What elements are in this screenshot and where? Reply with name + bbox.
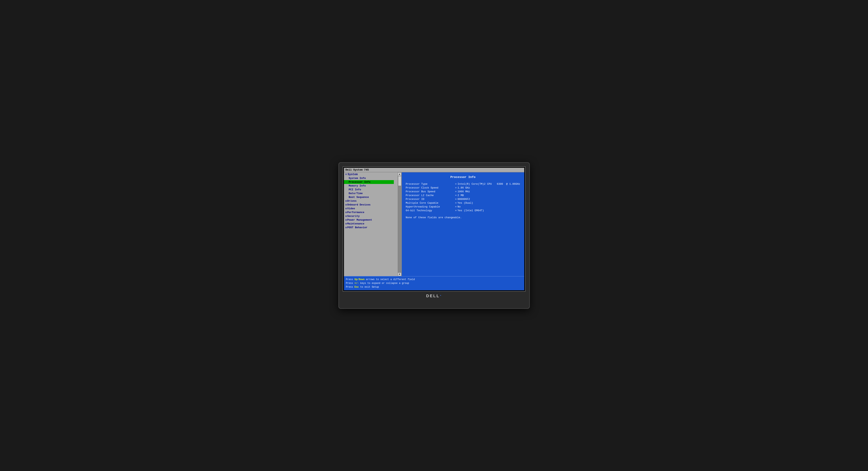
bios-screen: Dell System 745 ⊟ System — [344, 168, 524, 291]
equals-bus-speed: = — [454, 190, 458, 193]
monitor: Dell System 745 ⊟ System — [338, 162, 530, 309]
equals-64bit: = — [454, 209, 458, 212]
label-multi-core: Multiple Core Capable — [406, 202, 454, 204]
video-expand-icon: ⊞ — [346, 207, 347, 210]
maintenance-expand-icon: ⊞ — [346, 223, 347, 225]
highlight-updown: Up/Down — [354, 278, 365, 281]
maintenance-label: Maintenance — [347, 222, 364, 225]
content-title: Processor Info — [406, 176, 520, 179]
sidebar-item-processor-info[interactable]: Processor Info — [344, 180, 394, 184]
sidebar-item-date-time[interactable]: Date/Time — [344, 192, 394, 195]
note-text: None of these fields are changeable. — [406, 216, 520, 219]
equals-l2-cache: = — [454, 194, 458, 197]
status-line-3: Press Esc to exit Setup — [346, 285, 522, 289]
equals-hyperthreading: = — [454, 205, 458, 208]
system-label: System — [347, 173, 358, 176]
performance-expand-icon: ⊞ — [346, 211, 347, 214]
nav-scrollbar: ▲ ▼ — [398, 172, 401, 276]
info-row-bus-speed: Processor Bus Speed = 1066 MHz — [406, 190, 520, 193]
info-row-hyperthreading: Hyperthreading Capable = No — [406, 205, 520, 208]
sidebar-item-onboard-devices[interactable]: ⊞Onboard Devices — [344, 203, 394, 207]
nav-items-container: ⊟ System System Info Processor Info — [344, 172, 398, 276]
value-processor-type-extra: 6300 @ 1.86GHz — [497, 182, 520, 185]
sidebar-item-system-info[interactable]: System Info — [344, 176, 394, 180]
video-label: Video — [347, 207, 355, 210]
value-hyperthreading: No — [458, 205, 461, 208]
sidebar-item-power-management[interactable]: ⊞Power Management — [344, 218, 394, 222]
main-area: ⊟ System System Info Processor Info — [344, 172, 524, 276]
scroll-thumb[interactable] — [398, 176, 401, 186]
label-processor-id: Processor ID — [406, 198, 454, 201]
power-mgmt-expand-icon: ⊞ — [346, 219, 347, 221]
label-clock-speed: Processor Clock Speed — [406, 186, 454, 189]
highlight-plusminus: +/- — [354, 282, 359, 285]
pci-info-label: PCI Info — [349, 188, 361, 191]
performance-label: Performance — [347, 211, 364, 214]
sidebar-item-performance[interactable]: ⊞Performance — [344, 210, 394, 214]
left-panel: ⊟ System System Info Processor Info — [344, 172, 402, 276]
sidebar-item-maintenance[interactable]: ⊞Maintenance — [344, 222, 394, 226]
sidebar-item-video[interactable]: ⊞Video — [344, 207, 394, 210]
security-label: Security — [347, 215, 360, 218]
date-time-label: Date/Time — [349, 192, 363, 195]
label-l2-cache: Processor L2 Cache — [406, 194, 454, 197]
info-row-multi-core: Multiple Core Capable = Yes (Dual) — [406, 202, 520, 204]
equals-processor-type: = — [454, 182, 458, 185]
system-info-label: System Info — [349, 177, 366, 180]
sidebar-item-boot-sequence[interactable]: Boot Sequence — [344, 195, 394, 199]
power-management-label: Power Management — [347, 218, 372, 222]
title-bar: Dell System 745 — [344, 168, 524, 172]
left-panel-inner: ⊟ System System Info Processor Info — [344, 172, 401, 276]
sidebar-item-pci-info[interactable]: PCI Info — [344, 188, 394, 192]
brand-name: DELL — [426, 294, 440, 298]
sidebar-item-drives[interactable]: ⊞Drives — [344, 199, 394, 203]
label-processor-type: Processor Type — [406, 182, 454, 185]
info-row-l2-cache: Processor L2 Cache = 2 MB — [406, 194, 520, 197]
onboard-devices-expand-icon: ⊞ — [346, 204, 347, 206]
value-processor-type: Intel(R) Core(TM)2 CPU — [458, 182, 492, 185]
window-title: Dell System 745 — [346, 168, 369, 171]
highlight-esc: Esc — [354, 286, 359, 289]
onboard-devices-label: Onboard Devices — [347, 203, 371, 206]
post-behavior-expand-icon: ⊞ — [346, 227, 347, 229]
value-bus-speed: 1066 MHz — [458, 190, 470, 193]
scroll-up-button[interactable]: ▲ — [398, 172, 401, 176]
equals-clock-speed: = — [454, 186, 458, 189]
equals-processor-id: = — [454, 198, 458, 201]
post-behavior-label: POST Behavior — [347, 226, 367, 229]
drives-label: Drives — [347, 200, 356, 203]
boot-sequence-label: Boot Sequence — [349, 196, 369, 199]
dell-dot: ● — [440, 294, 442, 296]
processor-info-table: Processor Type = Intel(R) Core(TM)2 CPU … — [406, 182, 520, 212]
sidebar-item-system[interactable]: ⊟ System — [344, 172, 394, 176]
value-processor-id: 000006F2 — [458, 198, 470, 201]
label-bus-speed: Processor Bus Speed — [406, 190, 454, 193]
sidebar-item-security[interactable]: ⊞Security — [344, 214, 394, 218]
system-expand-icon: ⊟ — [346, 173, 347, 176]
info-row-64bit: 64-bit Technology = Yes (Intel EM64T) — [406, 209, 520, 212]
value-64bit: Yes (Intel EM64T) — [458, 209, 484, 212]
label-hyperthreading: Hyperthreading Capable — [406, 205, 454, 208]
status-line-2: Press +/- keys to expand or collapse a g… — [346, 282, 522, 285]
info-row-clock-speed: Processor Clock Speed = 1.86 GHz — [406, 186, 520, 189]
drives-expand-icon: ⊞ — [346, 200, 347, 202]
status-line-1: Press Up/Down arrows to select a differe… — [346, 278, 522, 282]
monitor-bottom: DELL● — [343, 292, 526, 298]
sidebar-item-post-behavior[interactable]: ⊞POST Behavior — [344, 226, 394, 229]
info-row-processor-id: Processor ID = 000006F2 — [406, 198, 520, 201]
value-clock-speed: 1.86 GHz — [458, 186, 470, 189]
memory-info-label: Memory Info — [349, 184, 366, 187]
processor-info-label: Processor Info — [349, 180, 371, 183]
info-row-processor-type: Processor Type = Intel(R) Core(TM)2 CPU … — [406, 182, 520, 185]
label-64bit: 64-bit Technology — [406, 209, 454, 212]
monitor-screen: Dell System 745 ⊟ System — [343, 166, 526, 292]
equals-multi-core: = — [454, 202, 458, 204]
right-panel: Processor Info Processor Type = Intel(R)… — [402, 172, 524, 276]
security-expand-icon: ⊞ — [346, 215, 347, 217]
value-multi-core: Yes (Dual) — [458, 202, 473, 204]
value-l2-cache: 2 MB — [458, 194, 464, 197]
scroll-down-button[interactable]: ▼ — [398, 272, 401, 276]
dell-logo: DELL● — [426, 294, 442, 298]
status-bar: Press Up/Down arrows to select a differe… — [344, 276, 524, 291]
sidebar-item-memory-info[interactable]: Memory Info — [344, 184, 394, 188]
